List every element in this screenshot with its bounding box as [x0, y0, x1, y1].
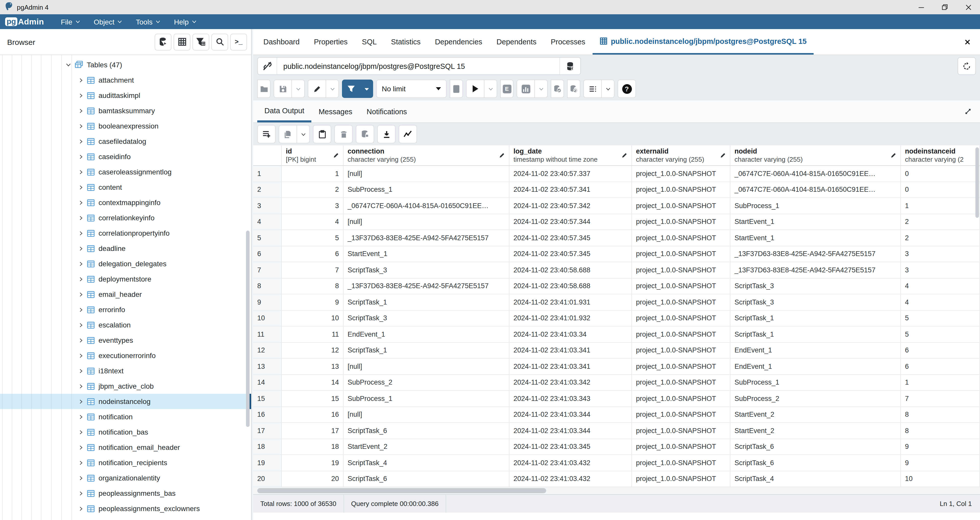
cell-externalid[interactable]: project_1.0.0-SNAPSHOT — [632, 358, 730, 375]
cell-nodeinstanceid[interactable]: 9 — [901, 455, 980, 471]
connection-disconnected-icon[interactable] — [258, 58, 277, 75]
paste-button[interactable] — [313, 125, 331, 143]
cell-nodeinstanceid[interactable]: 6 — [901, 358, 980, 375]
expand-chevron-icon[interactable] — [76, 230, 85, 236]
tree-node-table[interactable]: attachment — [0, 73, 251, 88]
row-number-cell[interactable]: 4 — [253, 214, 282, 230]
cell-connection[interactable]: [null] — [344, 358, 509, 375]
cell-nodeid[interactable]: EndEvent_1 — [730, 342, 901, 358]
cell-log-date[interactable]: 2024-11-02 23:40:57.337 — [509, 166, 632, 182]
cell-nodeinstanceid[interactable]: 6 — [901, 342, 980, 358]
cell-nodeinstanceid[interactable]: 9 — [901, 439, 980, 455]
expand-chevron-icon[interactable] — [76, 138, 85, 144]
row-number-cell[interactable]: 17 — [253, 423, 282, 439]
expand-chevron-icon[interactable] — [76, 276, 85, 282]
explain-options-button[interactable] — [535, 79, 548, 98]
menu-object[interactable]: Object — [87, 14, 129, 29]
cell-log-date[interactable]: 2024-11-02 23:40:58.688 — [509, 262, 632, 278]
cell-connection[interactable]: _13F37D63-83E8-425E-A942-5FA4275E5157 — [344, 230, 509, 246]
cell-id[interactable]: 1 — [282, 166, 344, 182]
cell-connection[interactable]: ScriptTask_6 — [344, 423, 509, 439]
tree-node-table[interactable]: notification_recipients — [0, 455, 251, 470]
explain-analyze-button[interactable] — [517, 79, 535, 98]
tree-node-table[interactable]: delegation_delegates — [0, 256, 251, 271]
scrollbar-thumb[interactable] — [257, 488, 546, 493]
expand-chevron-icon[interactable] — [76, 399, 85, 404]
cell-externalid[interactable]: project_1.0.0-SNAPSHOT — [632, 230, 730, 246]
cell-nodeinstanceid[interactable]: 7 — [901, 391, 980, 407]
cell-externalid[interactable]: project_1.0.0-SNAPSHOT — [632, 407, 730, 423]
row-number-cell[interactable]: 5 — [253, 230, 282, 246]
minimize-button[interactable] — [910, 0, 933, 14]
column-header-log-date[interactable]: log_datetimestamp without time zone — [509, 145, 632, 166]
cell-externalid[interactable]: project_1.0.0-SNAPSHOT — [632, 294, 730, 311]
execute-button[interactable] — [466, 79, 484, 98]
cell-nodeinstanceid[interactable]: 0 — [901, 166, 980, 182]
tree-node-table[interactable]: booleanexpression — [0, 118, 251, 134]
tab-sql[interactable]: SQL — [355, 29, 384, 55]
cell-externalid[interactable]: project_1.0.0-SNAPSHOT — [632, 278, 730, 294]
copy-button[interactable] — [279, 125, 297, 143]
row-number-cell[interactable]: 11 — [253, 327, 282, 342]
cell-externalid[interactable]: project_1.0.0-SNAPSHOT — [632, 439, 730, 455]
expand-chevron-icon[interactable] — [76, 77, 85, 83]
row-number-cell[interactable]: 1 — [253, 166, 282, 182]
cell-externalid[interactable]: project_1.0.0-SNAPSHOT — [632, 311, 730, 327]
tree-node-table[interactable]: escalation — [0, 317, 251, 333]
collapse-chevron-icon[interactable] — [64, 62, 73, 68]
column-header-connection[interactable]: connectioncharacter varying (255) — [344, 145, 509, 166]
expand-chevron-icon[interactable] — [76, 184, 85, 190]
cell-nodeid[interactable]: SubProcess_1 — [730, 198, 901, 214]
view-data-button[interactable] — [173, 33, 190, 50]
column-header-nodeinstanceid[interactable]: nodeinstanceidcharacter varying (2 — [901, 145, 980, 166]
cell-id[interactable]: 4 — [282, 214, 344, 230]
expand-chevron-icon[interactable] — [76, 353, 85, 358]
tree-node-table[interactable]: jbpm_active_clob — [0, 379, 251, 394]
search-objects-button[interactable] — [211, 33, 228, 50]
cell-externalid[interactable]: project_1.0.0-SNAPSHOT — [632, 214, 730, 230]
cell-externalid[interactable]: project_1.0.0-SNAPSHOT — [632, 391, 730, 407]
column-header-id[interactable]: id[PK] bigint — [282, 145, 344, 166]
tree-node-table[interactable]: deploymentstore — [0, 271, 251, 287]
cell-nodeid[interactable]: ScriptTask_4 — [730, 471, 901, 487]
row-number-cell[interactable]: 7 — [253, 262, 282, 278]
tree-node-table[interactable]: eventtypes — [0, 333, 251, 348]
cell-log-date[interactable]: 2024-11-02 23:40:58.688 — [509, 278, 632, 294]
filter-options-button[interactable] — [360, 79, 373, 98]
save-options-button[interactable] — [291, 79, 305, 98]
cell-nodeid[interactable]: _06747C7E-060A-4104-815A-01650C91EE… — [730, 166, 901, 182]
edit-column-icon[interactable] — [333, 152, 339, 159]
cell-id[interactable]: 2 — [282, 182, 344, 198]
cell-id[interactable]: 17 — [282, 423, 344, 439]
cell-connection[interactable]: [null] — [344, 407, 509, 423]
cell-nodeinstanceid[interactable]: 5 — [901, 311, 980, 327]
connection-string[interactable]: public.nodeinstancelog/jbpm/postgres@Pos… — [277, 58, 559, 75]
menu-file[interactable]: File — [54, 14, 87, 29]
tab-dependencies[interactable]: Dependencies — [428, 29, 489, 55]
restore-button[interactable] — [933, 0, 956, 14]
cell-log-date[interactable]: 2024-11-02 23:40:57.344 — [509, 214, 632, 230]
tree-node-table[interactable]: executionerrorinfo — [0, 348, 251, 363]
cell-id[interactable]: 5 — [282, 230, 344, 246]
psql-tool-button[interactable]: >_ — [230, 33, 247, 50]
grid-horizontal-scrollbar[interactable] — [253, 487, 980, 494]
expand-chevron-icon[interactable] — [76, 338, 85, 343]
edit-column-icon[interactable] — [720, 152, 726, 159]
cell-nodeinstanceid[interactable]: 0 — [901, 182, 980, 198]
cell-nodeid[interactable]: SubProcess_1 — [730, 375, 901, 391]
cell-connection[interactable]: SubProcess_2 — [344, 375, 509, 391]
edit-options-button[interactable] — [326, 79, 339, 98]
cell-nodeid[interactable]: StartEvent_2 — [730, 423, 901, 439]
row-number-cell[interactable]: 16 — [253, 407, 282, 423]
expand-chevron-icon[interactable] — [76, 460, 85, 465]
cell-connection[interactable]: ScriptTask_1 — [344, 294, 509, 311]
row-number-cell[interactable]: 8 — [253, 278, 282, 294]
cell-nodeid[interactable]: StartEvent_2 — [730, 407, 901, 423]
cell-id[interactable]: 13 — [282, 358, 344, 375]
download-csv-button[interactable] — [377, 125, 396, 143]
cell-nodeinstanceid[interactable]: 8 — [901, 407, 980, 423]
copy-options-button[interactable] — [297, 125, 310, 143]
row-number-cell[interactable]: 18 — [253, 439, 282, 455]
tab-processes[interactable]: Processes — [544, 29, 592, 55]
cell-id[interactable]: 12 — [282, 342, 344, 358]
